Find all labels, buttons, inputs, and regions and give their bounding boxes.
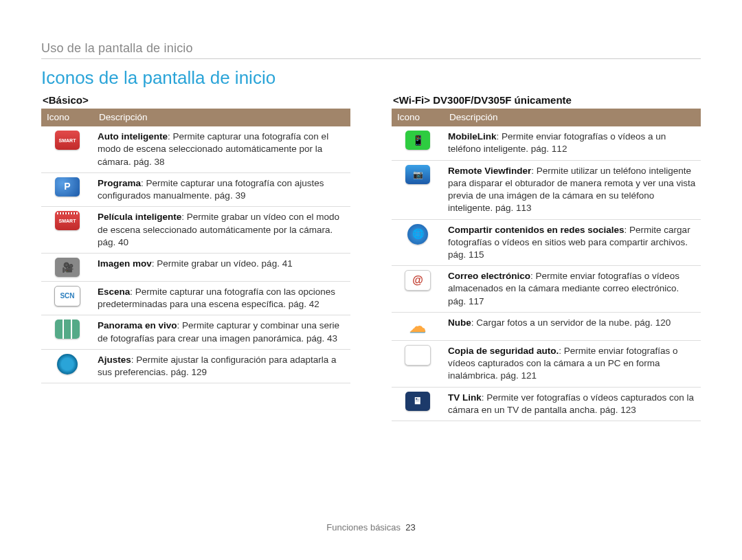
th-desc: Descripción bbox=[444, 109, 701, 126]
smart-movie-icon bbox=[55, 211, 80, 230]
tv-link-icon bbox=[405, 392, 430, 411]
divider bbox=[41, 58, 701, 59]
page-footer: Funciones básicas 23 bbox=[0, 522, 742, 533]
wifi-heading: <Wi-Fi> DV300F/DV305F únicamente bbox=[393, 94, 701, 106]
movie-icon bbox=[55, 258, 80, 277]
table-row: Compartir contenidos en redes sociales: … bbox=[392, 219, 701, 266]
email-icon bbox=[405, 270, 431, 291]
table-row: Película inteligente: Permite grabar un … bbox=[41, 207, 350, 254]
table-row: TV Link: Permite ver fotografías o vídeo… bbox=[392, 387, 701, 421]
table-row: MobileLink: Permite enviar fotografías o… bbox=[392, 126, 701, 160]
social-share-icon bbox=[407, 224, 428, 245]
table-row: Nube: Cargar fotos a un servidor de la n… bbox=[392, 312, 701, 340]
table-row: Programa: Permite capturar una fotografí… bbox=[41, 172, 350, 206]
table-row: Remote Viewfinder: Permite utilizar un t… bbox=[392, 160, 701, 219]
mobilelink-icon bbox=[405, 131, 430, 150]
cloud-icon bbox=[405, 317, 430, 336]
scene-icon bbox=[54, 286, 80, 306]
program-icon bbox=[55, 177, 80, 197]
th-icon: Icono bbox=[41, 109, 93, 126]
basic-table: Icono Descripción Auto inteligente: Perm… bbox=[41, 109, 350, 383]
table-row: Auto inteligente: Permite capturar una f… bbox=[41, 126, 350, 172]
wifi-table: Icono Descripción MobileLink: Permite en… bbox=[392, 109, 701, 421]
table-row: Panorama en vivo: Permite capturar y com… bbox=[41, 315, 350, 349]
th-desc: Descripción bbox=[93, 109, 350, 126]
auto-backup-icon bbox=[405, 345, 431, 366]
remote-viewfinder-icon bbox=[405, 165, 430, 184]
panorama-icon bbox=[55, 320, 80, 339]
table-row: Copia de seguridad auto.: Permite enviar… bbox=[392, 340, 701, 387]
table-row: Imagen mov: Permite grabar un vídeo. pág… bbox=[41, 253, 350, 281]
settings-icon bbox=[57, 354, 78, 374]
smart-auto-icon bbox=[55, 131, 80, 150]
breadcrumb: Uso de la pantalla de inicio bbox=[41, 41, 701, 56]
table-row: Escena: Permite capturar una fotografía … bbox=[41, 281, 350, 315]
page-title: Iconos de la pantalla de inicio bbox=[41, 67, 701, 89]
basic-heading: <Básico> bbox=[43, 94, 350, 106]
th-icon: Icono bbox=[392, 109, 444, 126]
table-row: Correo electrónico: Permite enviar fotog… bbox=[392, 266, 701, 313]
table-row: Ajustes: Permite ajustar la configuració… bbox=[41, 349, 350, 383]
